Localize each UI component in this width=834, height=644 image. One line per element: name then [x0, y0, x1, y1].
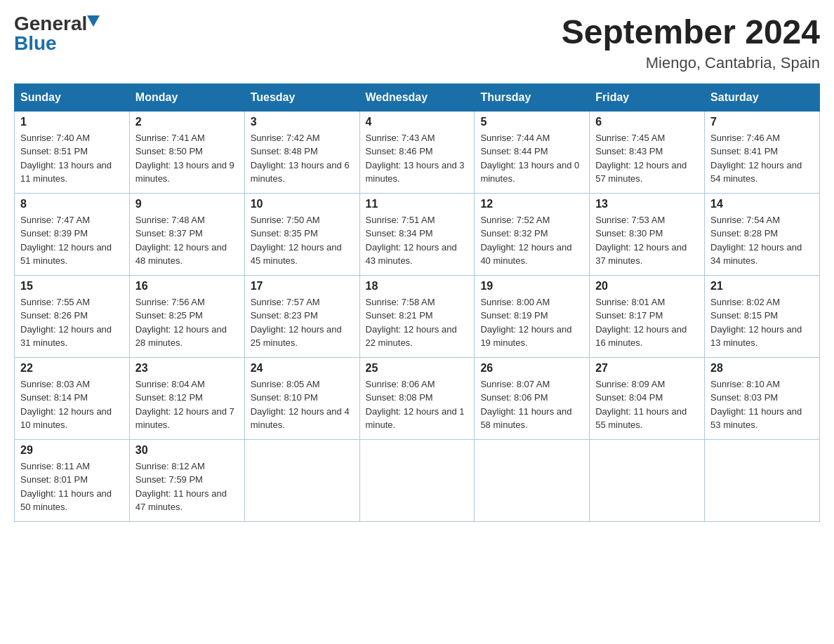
calendar-cell: [705, 439, 820, 521]
day-info: Sunrise: 8:12 AM Sunset: 7:59 PM Dayligh…: [135, 459, 239, 514]
calendar-cell: 1 Sunrise: 7:40 AM Sunset: 8:51 PM Dayli…: [15, 111, 130, 193]
calendar-cell: 6 Sunrise: 7:45 AM Sunset: 8:43 PM Dayli…: [590, 111, 705, 193]
day-info: Sunrise: 7:46 AM Sunset: 8:41 PM Dayligh…: [710, 131, 814, 186]
day-info: Sunrise: 7:54 AM Sunset: 8:28 PM Dayligh…: [710, 213, 814, 268]
day-number: 4: [366, 116, 469, 128]
calendar-header-sunday: Sunday: [15, 83, 130, 111]
day-info: Sunrise: 7:51 AM Sunset: 8:34 PM Dayligh…: [366, 213, 469, 268]
day-number: 1: [20, 116, 124, 128]
day-number: 25: [366, 362, 469, 375]
day-number: 20: [595, 280, 699, 293]
calendar-cell: [359, 439, 475, 521]
calendar-cell: [244, 439, 359, 521]
day-number: 12: [480, 198, 583, 210]
calendar-week-row: 8 Sunrise: 7:47 AM Sunset: 8:39 PM Dayli…: [15, 193, 820, 275]
calendar-cell: 25 Sunrise: 8:06 AM Sunset: 8:08 PM Dayl…: [359, 357, 475, 439]
day-info: Sunrise: 7:43 AM Sunset: 8:46 PM Dayligh…: [366, 131, 469, 186]
day-number: 3: [251, 116, 354, 128]
calendar-week-row: 29 Sunrise: 8:11 AM Sunset: 8:01 PM Dayl…: [15, 439, 820, 521]
day-info: Sunrise: 8:06 AM Sunset: 8:08 PM Dayligh…: [366, 377, 469, 432]
day-info: Sunrise: 7:56 AM Sunset: 8:25 PM Dayligh…: [135, 295, 239, 350]
calendar-cell: 23 Sunrise: 8:04 AM Sunset: 8:12 PM Dayl…: [129, 357, 244, 439]
location-title: Miengo, Cantabria, Spain: [562, 54, 820, 72]
svg-marker-0: [87, 15, 100, 27]
day-number: 29: [20, 444, 124, 457]
calendar-header-wednesday: Wednesday: [359, 83, 475, 111]
calendar-header-monday: Monday: [129, 83, 244, 111]
calendar-cell: 27 Sunrise: 8:09 AM Sunset: 8:04 PM Dayl…: [590, 357, 705, 439]
day-number: 18: [366, 280, 469, 293]
calendar-week-row: 15 Sunrise: 7:55 AM Sunset: 8:26 PM Dayl…: [15, 275, 820, 357]
calendar-cell: 9 Sunrise: 7:48 AM Sunset: 8:37 PM Dayli…: [129, 193, 244, 275]
calendar-cell: 29 Sunrise: 8:11 AM Sunset: 8:01 PM Dayl…: [15, 439, 130, 521]
page-header: General Blue September 2024 Miengo, Cant…: [14, 14, 820, 72]
calendar-cell: 20 Sunrise: 8:01 AM Sunset: 8:17 PM Dayl…: [590, 275, 705, 357]
day-number: 8: [20, 198, 124, 210]
day-number: 26: [480, 362, 583, 375]
calendar-cell: 19 Sunrise: 8:00 AM Sunset: 8:19 PM Dayl…: [475, 275, 590, 357]
day-info: Sunrise: 7:45 AM Sunset: 8:43 PM Dayligh…: [595, 131, 699, 186]
day-number: 6: [595, 116, 699, 128]
calendar-cell: 13 Sunrise: 7:53 AM Sunset: 8:30 PM Dayl…: [590, 193, 705, 275]
calendar-cell: 2 Sunrise: 7:41 AM Sunset: 8:50 PM Dayli…: [129, 111, 244, 193]
calendar-header-tuesday: Tuesday: [244, 83, 359, 111]
day-info: Sunrise: 7:40 AM Sunset: 8:51 PM Dayligh…: [20, 131, 124, 186]
day-info: Sunrise: 7:44 AM Sunset: 8:44 PM Dayligh…: [480, 131, 583, 186]
calendar-cell: 21 Sunrise: 8:02 AM Sunset: 8:15 PM Dayl…: [705, 275, 820, 357]
day-number: 24: [251, 362, 354, 375]
calendar-header-friday: Friday: [590, 83, 705, 111]
day-info: Sunrise: 7:53 AM Sunset: 8:30 PM Dayligh…: [595, 213, 699, 268]
calendar-week-row: 22 Sunrise: 8:03 AM Sunset: 8:14 PM Dayl…: [15, 357, 820, 439]
day-number: 9: [135, 198, 239, 210]
day-number: 13: [595, 198, 699, 210]
day-info: Sunrise: 7:55 AM Sunset: 8:26 PM Dayligh…: [20, 295, 124, 350]
day-info: Sunrise: 7:52 AM Sunset: 8:32 PM Dayligh…: [480, 213, 583, 268]
calendar-cell: 12 Sunrise: 7:52 AM Sunset: 8:32 PM Dayl…: [475, 193, 590, 275]
day-info: Sunrise: 8:00 AM Sunset: 8:19 PM Dayligh…: [480, 295, 583, 350]
day-info: Sunrise: 7:48 AM Sunset: 8:37 PM Dayligh…: [135, 213, 239, 268]
calendar-cell: 7 Sunrise: 7:46 AM Sunset: 8:41 PM Dayli…: [705, 111, 820, 193]
day-info: Sunrise: 8:11 AM Sunset: 8:01 PM Dayligh…: [20, 459, 124, 514]
calendar-cell: 28 Sunrise: 8:10 AM Sunset: 8:03 PM Dayl…: [705, 357, 820, 439]
day-info: Sunrise: 8:09 AM Sunset: 8:04 PM Dayligh…: [595, 377, 699, 432]
day-number: 11: [366, 198, 469, 210]
logo-triangle-icon: [87, 15, 100, 29]
calendar-cell: 10 Sunrise: 7:50 AM Sunset: 8:35 PM Dayl…: [244, 193, 359, 275]
calendar-cell: 30 Sunrise: 8:12 AM Sunset: 7:59 PM Dayl…: [129, 439, 244, 521]
logo: General Blue: [14, 14, 100, 53]
day-number: 17: [251, 280, 354, 293]
day-number: 16: [135, 280, 239, 293]
day-number: 28: [710, 362, 814, 375]
day-info: Sunrise: 7:47 AM Sunset: 8:39 PM Dayligh…: [20, 213, 124, 268]
logo-blue: Blue: [14, 32, 57, 54]
day-number: 22: [20, 362, 124, 375]
calendar-cell: 16 Sunrise: 7:56 AM Sunset: 8:25 PM Dayl…: [129, 275, 244, 357]
calendar-header-saturday: Saturday: [705, 83, 820, 111]
day-info: Sunrise: 7:41 AM Sunset: 8:50 PM Dayligh…: [135, 131, 239, 186]
calendar-cell: [475, 439, 590, 521]
day-info: Sunrise: 8:05 AM Sunset: 8:10 PM Dayligh…: [251, 377, 354, 432]
day-info: Sunrise: 7:57 AM Sunset: 8:23 PM Dayligh…: [251, 295, 354, 350]
calendar-cell: 18 Sunrise: 7:58 AM Sunset: 8:21 PM Dayl…: [359, 275, 475, 357]
title-area: September 2024 Miengo, Cantabria, Spain: [562, 14, 820, 72]
calendar-header-thursday: Thursday: [475, 83, 590, 111]
day-info: Sunrise: 8:02 AM Sunset: 8:15 PM Dayligh…: [710, 295, 814, 350]
calendar-cell: 22 Sunrise: 8:03 AM Sunset: 8:14 PM Dayl…: [15, 357, 130, 439]
day-number: 10: [251, 198, 354, 210]
calendar-cell: 5 Sunrise: 7:44 AM Sunset: 8:44 PM Dayli…: [475, 111, 590, 193]
day-number: 19: [480, 280, 583, 293]
calendar-cell: 24 Sunrise: 8:05 AM Sunset: 8:10 PM Dayl…: [244, 357, 359, 439]
day-info: Sunrise: 7:42 AM Sunset: 8:48 PM Dayligh…: [251, 131, 354, 186]
day-number: 7: [710, 116, 814, 128]
calendar-cell: 4 Sunrise: 7:43 AM Sunset: 8:46 PM Dayli…: [359, 111, 475, 193]
logo-general: General: [14, 14, 87, 34]
calendar-cell: 8 Sunrise: 7:47 AM Sunset: 8:39 PM Dayli…: [15, 193, 130, 275]
calendar-header-row: SundayMondayTuesdayWednesdayThursdayFrid…: [15, 83, 820, 111]
day-number: 15: [20, 280, 124, 293]
calendar-cell: 11 Sunrise: 7:51 AM Sunset: 8:34 PM Dayl…: [359, 193, 475, 275]
day-number: 23: [135, 362, 239, 375]
day-info: Sunrise: 8:03 AM Sunset: 8:14 PM Dayligh…: [20, 377, 124, 432]
day-number: 5: [480, 116, 583, 128]
calendar-week-row: 1 Sunrise: 7:40 AM Sunset: 8:51 PM Dayli…: [15, 111, 820, 193]
day-number: 21: [710, 280, 814, 293]
